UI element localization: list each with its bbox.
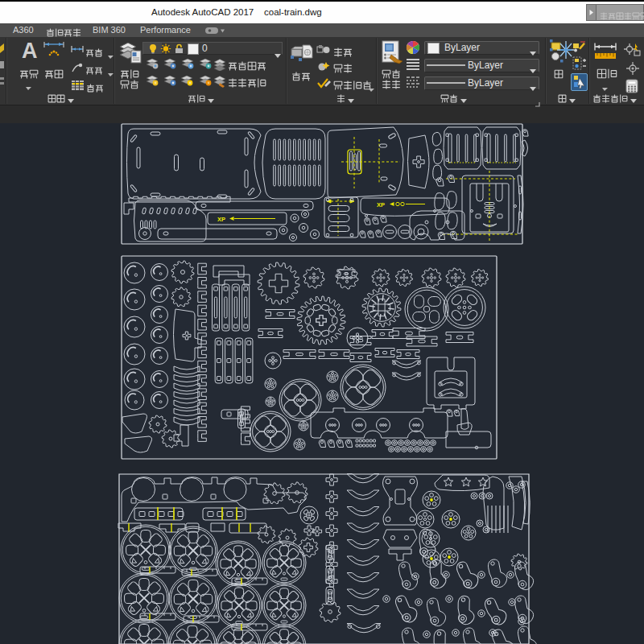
svg-text:XP: XP	[377, 201, 385, 208]
svg-text:XP: XP	[217, 216, 225, 223]
